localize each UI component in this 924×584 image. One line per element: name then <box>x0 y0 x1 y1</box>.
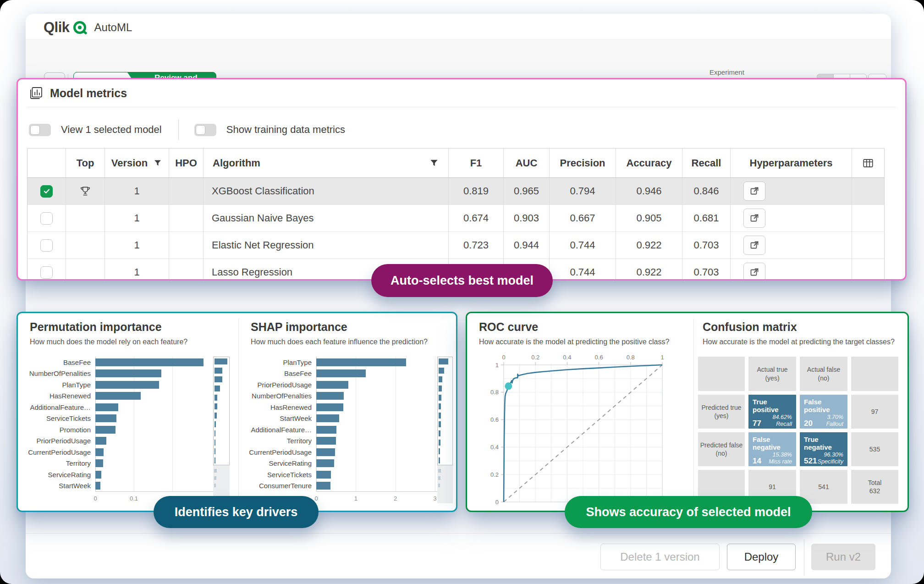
feature-importance-panel: Permutation importance How much does the… <box>16 312 457 512</box>
minimap-bar <box>214 395 217 401</box>
table-row[interactable]: 1Elastic Net Regression0.7230.9440.7440.… <box>28 232 884 259</box>
bar-row: HasRenewed <box>21 391 238 402</box>
run-v2-button[interactable]: Run v2 <box>811 544 875 570</box>
row-checkbox[interactable] <box>40 239 53 252</box>
minimap-bar <box>214 368 222 374</box>
quadrant-count: 14 <box>753 457 761 466</box>
bar <box>316 437 336 445</box>
bar-row: PlanType <box>242 357 457 368</box>
hyperparameters-cell <box>731 232 852 259</box>
f1-column-header: F1 <box>449 149 504 178</box>
minimap[interactable] <box>437 357 453 465</box>
table-grid-icon[interactable] <box>862 157 874 169</box>
shap-importance-subtitle: How much does each feature influence the… <box>251 338 428 346</box>
bar-row: ServiceTickets <box>242 469 457 480</box>
auc-cell: 0.965 <box>504 178 550 205</box>
predicted-false-total: 535 <box>851 432 898 466</box>
row-checkbox[interactable] <box>40 185 53 198</box>
f1-cell: 0.723 <box>449 232 504 259</box>
category-label: CurrentPeriodUsage <box>242 448 316 456</box>
bar <box>316 448 335 456</box>
minimap[interactable] <box>213 357 230 465</box>
open-hyperparameters-button[interactable] <box>743 182 765 201</box>
precision-cell: 0.667 <box>550 205 616 232</box>
minimap-hidden-area[interactable] <box>437 465 453 503</box>
show-training-metrics-label: Show training data metrics <box>226 124 345 136</box>
table-row[interactable]: 1Gaussian Naive Bayes0.6740.9030.6670.90… <box>28 205 884 232</box>
bar <box>316 403 343 411</box>
predicted-true-total: 97 <box>851 395 898 429</box>
bar-row: PlanType <box>21 379 238 391</box>
category-label: Promotion <box>21 426 95 434</box>
row-checkbox[interactable] <box>40 212 53 225</box>
permutation-plot: BaseFeeNumberOfPenalitiesPlanTypeHasRene… <box>21 357 238 507</box>
true-negative-cell: True negative52196.30%Specificity <box>800 432 847 466</box>
quadrant-count: 20 <box>804 419 813 428</box>
svg-text:0.2: 0.2 <box>531 354 539 361</box>
minimap-bar <box>439 403 441 409</box>
minimap-bar <box>214 484 216 487</box>
bar-row: NumberOfPenalities <box>21 368 238 380</box>
minimap-bar <box>214 386 220 391</box>
accuracy-cell: 0.905 <box>616 205 682 232</box>
open-external-icon <box>749 186 760 197</box>
minimap-bar <box>214 430 215 436</box>
row-end-cell <box>852 178 884 205</box>
category-label: HasRenewed <box>21 392 95 400</box>
tick-label: 0 <box>94 495 97 502</box>
bar-row: Territory <box>242 435 457 447</box>
row-select-cell <box>28 178 66 205</box>
row-checkbox[interactable] <box>40 266 53 279</box>
minimap-bar <box>214 469 217 473</box>
grand-total: Total632 <box>851 470 898 504</box>
bar-row: ServiceTickets <box>21 413 238 424</box>
true-positive-cell: True positive7784.62%Recall <box>748 395 796 429</box>
minimap-bar <box>214 457 215 463</box>
delete-version-button[interactable]: Delete 1 version <box>600 544 720 570</box>
chart-divider <box>693 319 694 505</box>
callout-accuracy: Shows accuracy of selected model <box>565 496 812 528</box>
open-hyperparameters-button[interactable] <box>743 209 765 228</box>
algorithm-cell: Gaussian Naive Bayes <box>204 205 449 232</box>
precision-cell: 0.744 <box>550 259 616 279</box>
category-label: NumberOfPenalties <box>242 392 316 400</box>
minimap-bar <box>438 469 441 473</box>
category-label: ServiceTickets <box>242 471 316 479</box>
hyperparameters-cell <box>731 259 852 279</box>
table-row[interactable]: 1XGBoost Classification0.8190.9650.7940.… <box>28 178 884 205</box>
category-label: BaseFee <box>21 358 95 366</box>
category-label: StartWeek <box>242 414 316 422</box>
bar <box>316 381 348 389</box>
svg-text:0.8: 0.8 <box>490 389 499 396</box>
confusion-matrix-title: Confusion matrix <box>703 320 797 334</box>
bar <box>95 414 116 422</box>
show-training-metrics-toggle[interactable] <box>194 124 216 136</box>
model-metrics-panel: Model metrics View 1 selected model Show… <box>16 78 907 281</box>
column-settings-header <box>852 149 884 178</box>
screenshot-stage: Qlik AutoML Create <box>0 0 924 584</box>
deploy-button[interactable]: Deploy <box>727 544 796 570</box>
version-cell: 1 <box>105 205 169 232</box>
roc-threshold-marker <box>505 382 512 390</box>
precision-cell: 0.744 <box>550 232 616 259</box>
shap-plot: PlanTypeBaseFeePriorPeriodUsageNumberOfP… <box>242 357 457 507</box>
filter-funnel-icon[interactable] <box>153 159 162 168</box>
algorithm-cell: Elastic Net Regression <box>204 232 449 259</box>
top-column-header: Top <box>66 149 105 178</box>
open-hyperparameters-button[interactable] <box>743 263 765 279</box>
tick-label: 1 <box>354 495 358 502</box>
bar-row: ServiceRating <box>21 469 238 480</box>
minimap-bar <box>214 358 227 364</box>
open-hyperparameters-button[interactable] <box>743 236 765 255</box>
bar <box>95 369 161 377</box>
filter-funnel-icon[interactable] <box>429 158 439 168</box>
roc-svg: 00.20.40.60.8110.80.60.40.20 <box>480 353 684 508</box>
top-cell <box>66 232 105 259</box>
experiment-label: Experiment <box>710 68 744 76</box>
minimap-bar <box>214 476 216 480</box>
view-selected-model-toggle[interactable] <box>29 124 51 136</box>
qlik-logo-text: Qlik <box>44 19 70 36</box>
f1-cell: 0.819 <box>449 178 504 205</box>
bar-row: PriorPeriodUsage <box>21 435 238 447</box>
bar <box>95 392 141 400</box>
